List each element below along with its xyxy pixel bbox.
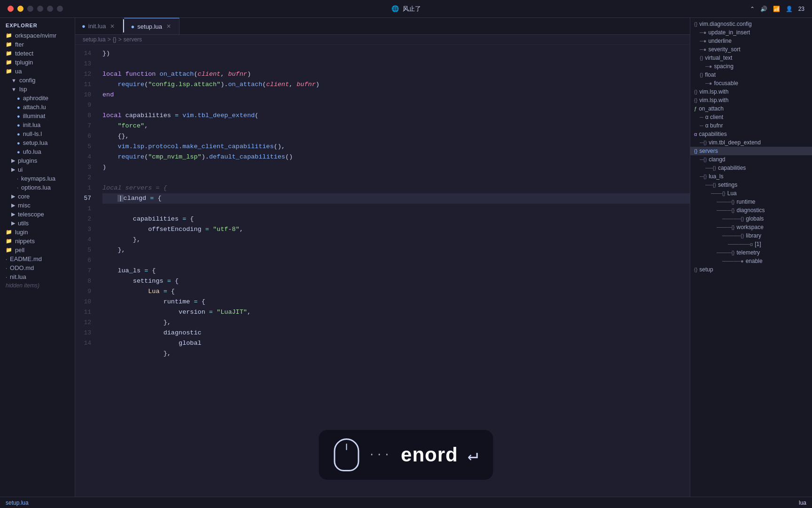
sidebar-item-tdetect[interactable]: 📁 tdetect xyxy=(0,49,75,58)
sidebar-item-plugins[interactable]: ▶ plugins xyxy=(0,156,75,165)
right-tree-clangd[interactable]: ─{} clangd xyxy=(690,155,812,164)
right-tree-bufnr[interactable]: ─ α bufnr xyxy=(690,121,812,130)
volume-icon: 🔊 xyxy=(760,6,767,12)
sidebar-item-lsp[interactable]: ▼ lsp xyxy=(0,85,75,94)
code-line: }, xyxy=(102,246,125,254)
folder-open-icon: ▼ xyxy=(11,78,16,83)
sidebar-item-illuminate[interactable]: ● illuminat xyxy=(0,111,75,120)
code-line: local function on_attach(client, bufnr) xyxy=(102,71,251,78)
right-tree-virtual-text[interactable]: {} virtual_text xyxy=(690,54,812,62)
time-display: 23 xyxy=(798,6,804,12)
traffic-yellow[interactable] xyxy=(17,6,23,12)
right-tree-client[interactable]: ─ α client xyxy=(690,113,812,121)
right-tree-telemetry[interactable]: ────{} telemetry xyxy=(690,248,812,257)
code-line: ) xyxy=(102,164,106,171)
right-tree-severity-sort[interactable]: ─● severity_sort xyxy=(690,45,812,54)
tab-close-setup[interactable]: ✕ xyxy=(165,23,172,30)
dot-icon: ● xyxy=(17,131,20,137)
right-tree-index1[interactable]: ──────α [1] xyxy=(690,240,812,248)
code-content[interactable]: }) local function on_attach(client, bufn… xyxy=(99,45,690,497)
code-line: }) xyxy=(102,50,110,57)
sidebar-item-telescope[interactable]: ▶ telescope xyxy=(0,210,75,219)
sidebar-item-pell[interactable]: 📁 pell xyxy=(0,246,75,254)
window-title: 风止了 xyxy=(403,5,421,13)
right-tree-focusable[interactable]: ─● focusable xyxy=(690,79,812,87)
sidebar-item-setup[interactable]: ● setup.lua xyxy=(0,138,75,147)
right-tree-lsp-with1[interactable]: {} vim.lsp.with xyxy=(690,87,812,96)
traffic-gray4 xyxy=(57,6,63,12)
sidebar-item-null-ls[interactable]: ● null-ls.l xyxy=(0,129,75,138)
folder-icon: 📁 xyxy=(6,247,12,253)
right-tree-setup[interactable]: {} setup xyxy=(690,265,812,274)
sidebar-title: Explorer xyxy=(0,20,75,31)
sidebar-item-utils[interactable]: ▶ utils xyxy=(0,219,75,228)
right-tree-enable[interactable]: ─────● enable xyxy=(690,257,812,265)
right-tree-lsp-with2[interactable]: {} vim.lsp.with xyxy=(690,96,812,104)
right-tree-runtime[interactable]: ────{} runtime xyxy=(690,198,812,206)
sidebar-item-misc[interactable]: ▶ misc xyxy=(0,201,75,210)
code-line: require("config.lsp.attach").on_attach(c… xyxy=(102,81,320,88)
right-tree-servers[interactable]: {} servers xyxy=(690,147,812,155)
right-tree-on-attach[interactable]: ƒ on_attach xyxy=(690,104,812,113)
sidebar-item-options[interactable]: · options.lua xyxy=(0,183,75,192)
right-tree-float[interactable]: {} float xyxy=(690,71,812,79)
sidebar-item-ufo[interactable]: ● ufo.lua xyxy=(0,147,75,156)
sidebar-item-keymaps[interactable]: · keymaps.lua xyxy=(0,174,75,183)
sidebar-item-after[interactable]: 📁 fter xyxy=(0,40,75,49)
right-tree-diagnostic-config[interactable]: {} vim.diagnostic.config xyxy=(690,20,812,28)
code-line: }, xyxy=(102,350,171,357)
folder-icon: ▶ xyxy=(11,211,15,217)
code-line: offsetEncoding = "utf-8", xyxy=(102,226,243,233)
sidebar-item-nit[interactable]: · nit.lua xyxy=(0,272,75,281)
statusbar-left: setup.lua xyxy=(6,500,29,506)
right-tree-lua-ls[interactable]: ─{} lua_ls xyxy=(690,172,812,181)
code-line: vim.lsp.protocol.make_client_capabilitie… xyxy=(102,143,285,150)
right-tree-diagnostics[interactable]: ────{} diagnostics xyxy=(690,206,812,214)
right-tree-settings[interactable]: ──{} settings xyxy=(690,181,812,189)
code-editor[interactable]: 14 13 12 11 10 9 8 7 6 5 4 3 2 1 57 1 2 … xyxy=(75,45,690,497)
right-tree-lua[interactable]: ───{} Lua xyxy=(690,189,812,198)
sidebar-item-init[interactable]: ● init.lua xyxy=(0,120,75,129)
sidebar-item-snippets[interactable]: 📁 nippets xyxy=(0,237,75,246)
code-line: runtime = { xyxy=(102,298,205,305)
sidebar-item-core[interactable]: ▶ core xyxy=(0,192,75,201)
right-tree-library[interactable]: ─────{} library xyxy=(690,231,812,240)
code-line: }, xyxy=(102,319,171,326)
right-tree-tbl-deep[interactable]: ─{} vim.tbl_deep_extend xyxy=(690,138,812,147)
right-panel: {} vim.diagnostic.config ─● update_in_in… xyxy=(690,18,812,497)
right-tree-update-in-insert[interactable]: ─● update_in_insert xyxy=(690,28,812,37)
sidebar-item-readme[interactable]: · EADME.md xyxy=(0,254,75,263)
sidebar-item-attach[interactable]: ● attach.lu xyxy=(0,103,75,111)
right-tree-globals[interactable]: ─────{} globals xyxy=(690,214,812,223)
breadcrumb-sep2: > xyxy=(118,36,122,43)
tab-modified-icon: ● xyxy=(82,23,86,30)
right-tree-capabilities[interactable]: α capabilities xyxy=(690,130,812,138)
right-tree-capabilities2[interactable]: ──{} capabilities xyxy=(690,164,812,172)
right-tree-workspace[interactable]: ────{} workspace xyxy=(690,223,812,231)
titlebar-left xyxy=(8,6,63,12)
tab-init-lua[interactable]: ● init.lua ✕ xyxy=(75,18,123,34)
mouse-overlay: ··· enord ↵ xyxy=(319,430,493,480)
code-line: global xyxy=(102,340,202,347)
code-line: "force", xyxy=(102,122,148,129)
right-tree-underline[interactable]: ─● underline xyxy=(690,37,812,45)
traffic-red[interactable] xyxy=(8,6,14,12)
dot-icon: ● xyxy=(17,149,20,155)
editor-container: ● init.lua ✕ ● setup.lua ✕ setup.lua > {… xyxy=(75,18,690,497)
code-line-empty xyxy=(102,102,106,109)
sidebar-item-lua[interactable]: 📁 ua xyxy=(0,67,75,76)
sidebar-item-ui[interactable]: ▶ ui xyxy=(0,165,75,174)
file-lua-icon: · xyxy=(6,274,7,280)
line-numbers: 14 13 12 11 10 9 8 7 6 5 4 3 2 1 57 1 2 … xyxy=(75,45,99,497)
tab-setup-lua[interactable]: ● setup.lua ✕ xyxy=(124,18,180,34)
sidebar-item-lugin[interactable]: 📁 lugin xyxy=(0,228,75,237)
sidebar-item-aphrodite[interactable]: ● aphrodite xyxy=(0,94,75,103)
sidebar-item-todo[interactable]: · ODO.md xyxy=(0,263,75,272)
folder-icon: 📁 xyxy=(6,50,12,56)
sidebar-item-config[interactable]: ▼ config xyxy=(0,76,75,85)
code-line: diagnostic xyxy=(102,329,202,336)
sidebar-item-tplugin[interactable]: 📁 tplugin xyxy=(0,58,75,67)
tab-close-init[interactable]: ✕ xyxy=(109,23,116,30)
right-tree-spacing[interactable]: ─● spacing xyxy=(690,62,812,71)
sidebar-item-workspace[interactable]: 📁 orkspace/nvimr xyxy=(0,31,75,40)
